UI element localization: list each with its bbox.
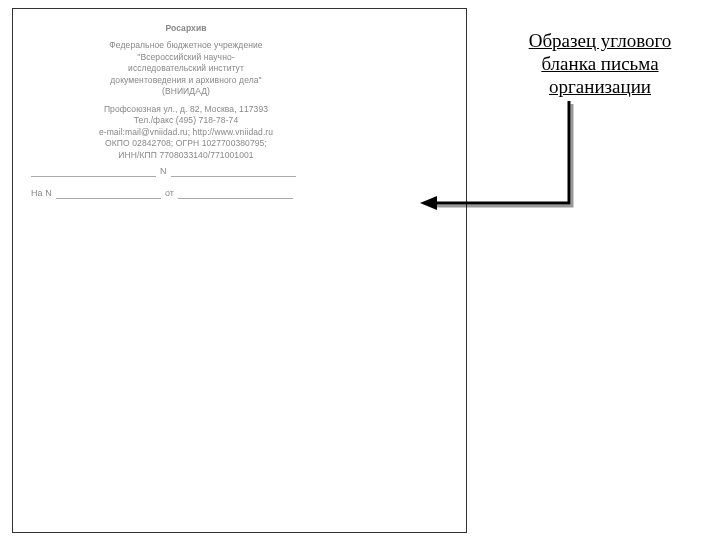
inn-line: ИНН/КПП 7708033140/771001001 xyxy=(31,150,341,161)
organization-name: Федеральное бюджетное учреждение "Всерос… xyxy=(31,40,341,97)
ref-num-label: N xyxy=(160,165,167,177)
org-line: (ВНИИДАД) xyxy=(31,86,341,97)
on-ref-label: На N xyxy=(31,187,52,199)
contacts-block: Профсоюзная ул., д. 82, Москва, 117393 Т… xyxy=(31,104,341,161)
org-line: документоведения и архивного дела" xyxy=(31,75,341,86)
ref-line-1: N xyxy=(31,165,341,177)
org-line: Федеральное бюджетное учреждение xyxy=(31,40,341,51)
date-blank xyxy=(31,167,156,177)
callout-line: бланка письма xyxy=(541,53,658,74)
num-blank xyxy=(171,167,296,177)
letterhead-block: Росархив Федеральное бюджетное учреждени… xyxy=(31,23,341,199)
okpo-line: ОКПО 02842708; ОГРН 1027700380795; xyxy=(31,138,341,149)
on-num-blank xyxy=(56,189,161,199)
tel-line: Тел./факс (495) 718-78-74 xyxy=(31,115,341,126)
org-line: "Всероссийский научно- xyxy=(31,52,341,63)
callout-line: Образец углового xyxy=(529,30,672,51)
org-line: исследовательский институт xyxy=(31,63,341,74)
agency-name: Росархив xyxy=(31,23,341,34)
ref-line-2: На N от xyxy=(31,187,341,199)
address-line: Профсоюзная ул., д. 82, Москва, 117393 xyxy=(31,104,341,115)
from-date-blank xyxy=(178,189,293,199)
email-line: e-mail:mail@vniidad.ru; http://www.vniid… xyxy=(31,127,341,138)
document-page: Росархив Федеральное бюджетное учреждени… xyxy=(12,8,467,533)
callout-label: Образец углового бланка письма организац… xyxy=(495,30,705,98)
from-label: от xyxy=(165,187,174,199)
callout-line: организации xyxy=(549,76,651,97)
